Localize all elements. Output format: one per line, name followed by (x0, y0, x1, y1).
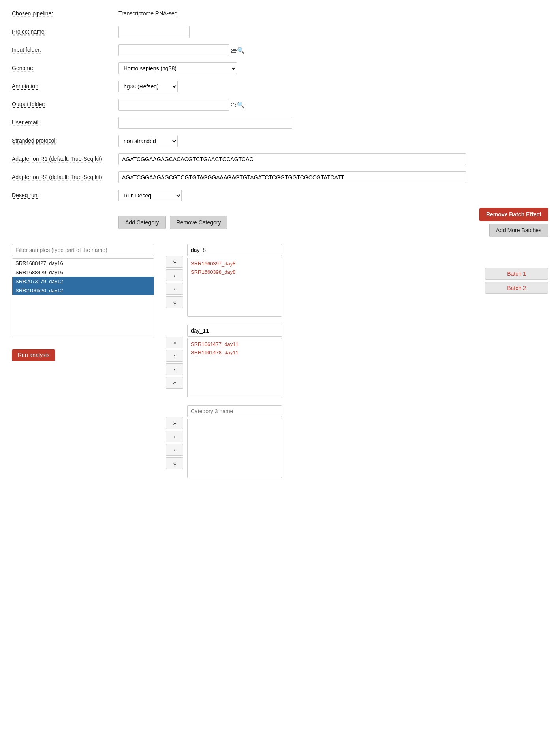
adapter-r1-label: Adapter on R1 (default: True-Seq kit): (12, 153, 118, 162)
user-email-label: User email: (12, 117, 118, 126)
list-item[interactable]: SRR2106520_day12 (12, 286, 154, 295)
all-left-btn-1[interactable]: « (166, 296, 183, 308)
list-item[interactable]: SRR1688429_day16 (12, 268, 154, 277)
one-left-btn-1[interactable]: ‹ (166, 283, 183, 295)
list-item[interactable]: SRR1660397_day8 (188, 259, 282, 268)
adapter-r1-input[interactable] (118, 153, 466, 165)
input-folder-label: Input folder: (12, 44, 118, 53)
add-category-button[interactable]: Add Category (118, 216, 166, 229)
category-1-name-input[interactable] (187, 244, 282, 256)
arrow-buttons-3: » › ‹ « (166, 405, 183, 469)
category-box-2: SRR1661477_day11 SRR1661478_day11 (187, 325, 282, 397)
category-2-name-input[interactable] (187, 325, 282, 337)
input-folder-browse-button[interactable]: 🗁🔍 (231, 47, 245, 54)
all-right-btn-2[interactable]: » (166, 337, 183, 348)
batch-panel: Batch 1 Batch 2 (485, 244, 548, 294)
list-item[interactable]: SRR1661478_day11 (188, 348, 282, 357)
list-item[interactable]: SRR1661477_day11 (188, 340, 282, 348)
adapter-r2-label: Adapter on R2 (default: True-Seq kit): (12, 171, 118, 180)
annotation-label: Annotation: (12, 81, 118, 89)
filter-samples-input[interactable] (12, 244, 154, 256)
one-left-btn-3[interactable]: ‹ (166, 444, 183, 456)
category-row-1: » › ‹ « SRR1660397_day8 SRR1660398_day8 (166, 244, 481, 317)
genome-label: Genome: (12, 62, 118, 71)
run-analysis-button[interactable]: Run analysis (12, 349, 55, 361)
batch-1-item[interactable]: Batch 1 (485, 268, 548, 280)
category-box-1: SRR1660397_day8 SRR1660398_day8 (187, 244, 282, 317)
all-right-btn-1[interactable]: » (166, 256, 183, 268)
stranded-label: Stranded protocol: (12, 135, 118, 144)
chosen-pipeline-value: Transcriptome RNA-seq (118, 8, 178, 17)
remove-category-button[interactable]: Remove Category (170, 216, 228, 229)
batch-2-item[interactable]: Batch 2 (485, 282, 548, 294)
genome-select[interactable]: Homo sapiens (hg38) Mus musculus (mm10) … (118, 62, 237, 74)
category-row-3: » › ‹ « (166, 405, 481, 478)
category-2-list: SRR1661477_day11 SRR1661478_day11 (187, 338, 282, 397)
adapter-r2-input[interactable] (118, 171, 466, 183)
sample-list: SRR1688427_day16 SRR1688429_day16 SRR207… (12, 258, 154, 337)
user-email-input[interactable] (118, 117, 292, 129)
category-3-list (187, 419, 282, 478)
arrow-buttons-1: » › ‹ « (166, 244, 183, 308)
deseq-label: Deseq run: (12, 190, 118, 198)
output-folder-label: Output folder: (12, 99, 118, 107)
arrow-buttons-2: » › ‹ « (166, 325, 183, 389)
one-right-btn-2[interactable]: › (166, 350, 183, 362)
deseq-select[interactable]: Run Deseq Do not run Deseq (118, 190, 182, 201)
stranded-select[interactable]: non stranded stranded reverse stranded (118, 135, 178, 147)
chosen-pipeline-label: Chosen pipeline: (12, 8, 118, 17)
category-1-list: SRR1660397_day8 SRR1660398_day8 (187, 258, 282, 317)
list-item[interactable]: SRR1660398_day8 (188, 268, 282, 276)
input-folder-input[interactable] (118, 44, 229, 56)
list-item[interactable]: SRR1688427_day16 (12, 259, 154, 268)
remove-batch-effect-button[interactable]: Remove Batch Effect (479, 208, 548, 221)
category-box-3 (187, 405, 282, 478)
annotation-select[interactable]: hg38 (Refseq) hg38 (Ensembl) hg38 (UCSC) (118, 81, 178, 92)
project-name-input[interactable] (118, 26, 190, 38)
one-left-btn-2[interactable]: ‹ (166, 363, 183, 375)
all-left-btn-3[interactable]: « (166, 457, 183, 469)
one-right-btn-1[interactable]: › (166, 269, 183, 281)
category-row-2: » › ‹ « SRR1661477_day11 SRR1661478_day1… (166, 325, 481, 397)
category-3-name-input[interactable] (187, 405, 282, 417)
all-left-btn-2[interactable]: « (166, 377, 183, 389)
output-folder-browse-button[interactable]: 🗁🔍 (231, 101, 245, 109)
one-right-btn-3[interactable]: › (166, 431, 183, 442)
all-right-btn-3[interactable]: » (166, 417, 183, 429)
output-folder-input[interactable] (118, 99, 229, 111)
list-item[interactable]: SRR2073179_day12 (12, 277, 154, 286)
add-more-batches-button[interactable]: Add More Batches (489, 224, 548, 237)
project-name-label: Project name: (12, 26, 118, 35)
